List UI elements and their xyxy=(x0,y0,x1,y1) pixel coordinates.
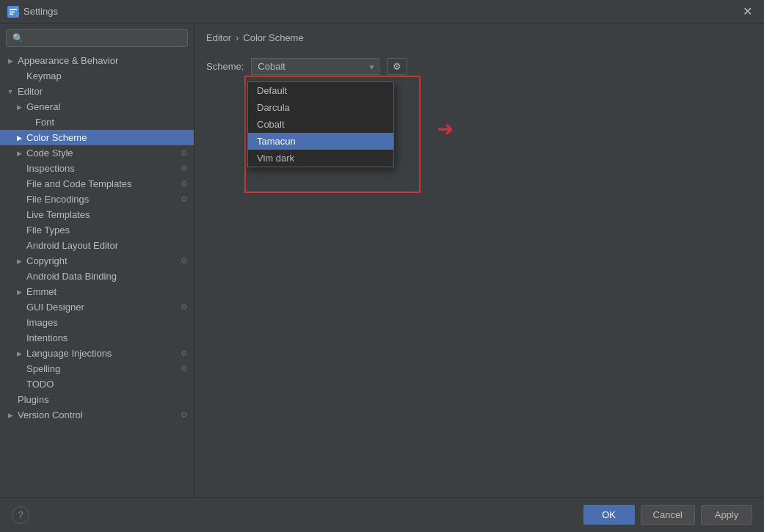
help-button[interactable]: ? xyxy=(12,506,29,524)
bottom-bar: ? OK Cancel Apply xyxy=(0,497,764,532)
arrow-spacer xyxy=(15,318,23,327)
cancel-button[interactable]: Cancel xyxy=(641,505,695,525)
sidebar-item-colorscheme[interactable]: ▶ Color Scheme xyxy=(0,130,194,145)
sidebar-item-spelling[interactable]: Spelling ⚙ xyxy=(0,361,194,376)
sidebar-item-androiddatabinding[interactable]: Android Data Binding xyxy=(0,269,194,284)
dropdown-item-darcula[interactable]: Darcula xyxy=(248,99,393,116)
sidebar-item-label: File Types xyxy=(26,225,188,236)
dropdown-item-tamacun[interactable]: Tamacun xyxy=(248,133,393,150)
sidebar-item-codestyle[interactable]: ▶ Code Style ⚙ xyxy=(0,145,194,161)
arrow-spacer xyxy=(15,180,23,189)
sidebar-item-label: Android Data Binding xyxy=(26,271,188,282)
arrow-spacer xyxy=(6,396,15,404)
arrow-icon: ▶ xyxy=(15,149,23,158)
gear-icon: ⚙ xyxy=(181,349,188,358)
sidebar-item-label: File and Code Templates xyxy=(26,178,178,189)
arrow-spacer xyxy=(15,365,23,374)
window-title: Settings xyxy=(23,6,738,17)
search-box[interactable]: 🔍 xyxy=(6,29,188,47)
breadcrumb: Editor › Color Scheme xyxy=(194,23,764,49)
arrow-spacer xyxy=(23,118,32,127)
ok-button[interactable]: OK xyxy=(583,505,635,525)
sidebar-item-livetemplates[interactable]: Live Templates xyxy=(0,207,194,222)
sidebar-item-editor[interactable]: ▼ Editor xyxy=(0,84,194,99)
arrow-spacer xyxy=(15,334,23,343)
sidebar-item-label: Images xyxy=(26,317,188,328)
sidebar-item-androidlayout[interactable]: Android Layout Editor xyxy=(0,238,194,253)
gear-icon: ⚙ xyxy=(181,256,188,266)
arrow-icon: ▶ xyxy=(15,288,23,296)
gear-icon: ⚙ xyxy=(181,164,188,173)
sidebar-item-general[interactable]: ▶ General xyxy=(0,99,194,114)
arrow-spacer xyxy=(15,380,23,389)
sidebar-item-plugins[interactable]: Plugins xyxy=(0,392,194,407)
scheme-row: Scheme: Cobalt ▼ ⚙ xyxy=(206,58,752,75)
svg-rect-2 xyxy=(10,11,15,12)
nav-tree: ▶ Appearance & Behavior Keymap ▼ Editor … xyxy=(0,50,194,497)
sidebar-item-label: TODO xyxy=(26,379,188,390)
breadcrumb-current: Color Scheme xyxy=(243,32,303,43)
sidebar-item-label: Copyright xyxy=(26,255,178,266)
arrow-icon: ▶ xyxy=(15,103,23,112)
app-icon xyxy=(7,6,19,18)
sidebar-item-languageinjections[interactable]: ▶ Language Injections ⚙ xyxy=(0,346,194,361)
sidebar-item-label: GUI Designer xyxy=(26,302,178,313)
sidebar-item-label: General xyxy=(26,101,188,112)
sidebar-item-appearance[interactable]: ▶ Appearance & Behavior xyxy=(0,53,194,68)
sidebar-item-inspections[interactable]: Inspections ⚙ xyxy=(0,161,194,176)
arrow-spacer xyxy=(15,303,23,312)
scheme-gear-button[interactable]: ⚙ xyxy=(387,58,407,75)
dropdown-item-vimdark[interactable]: Vim dark xyxy=(248,150,393,167)
scheme-select-container: Cobalt ▼ xyxy=(251,58,379,75)
gear-icon: ⚙ xyxy=(181,194,188,204)
arrow-icon: ▶ xyxy=(6,57,15,65)
sidebar: 🔍 ▶ Appearance & Behavior Keymap ▼ Edito… xyxy=(0,23,194,497)
arrow-spacer xyxy=(15,241,23,250)
gear-icon: ⚙ xyxy=(181,410,188,420)
sidebar-item-fileencodings[interactable]: File Encodings ⚙ xyxy=(0,192,194,207)
apply-button[interactable]: Apply xyxy=(701,505,752,525)
content-area: Editor › Color Scheme Scheme: Cobalt ▼ ⚙… xyxy=(194,23,764,497)
breadcrumb-parent: Editor xyxy=(206,32,231,43)
sidebar-item-versioncontrol[interactable]: ▶ Version Control ⚙ xyxy=(0,407,194,423)
sidebar-item-images[interactable]: Images xyxy=(0,315,194,330)
dropdown-item-default[interactable]: Default xyxy=(248,82,393,99)
sidebar-item-todo[interactable]: TODO xyxy=(0,376,194,392)
sidebar-item-label: Editor xyxy=(18,86,188,97)
gear-icon: ⚙ xyxy=(181,179,188,189)
search-input[interactable] xyxy=(28,33,181,43)
sidebar-item-label: File Encodings xyxy=(26,194,178,205)
sidebar-item-label: Plugins xyxy=(18,394,188,405)
sidebar-item-guidesigner[interactable]: GUI Designer ⚙ xyxy=(0,299,194,315)
scheme-select[interactable]: Cobalt xyxy=(251,58,379,75)
sidebar-item-label: Android Layout Editor xyxy=(26,240,188,251)
arrow-icon: ▶ xyxy=(15,134,23,142)
sidebar-item-label: Code Style xyxy=(26,147,178,158)
sidebar-item-label: Language Injections xyxy=(26,348,178,359)
scheme-dropdown-popup: Default Darcula Cobalt Tamacun Vim dark xyxy=(247,81,394,167)
dropdown-item-cobalt[interactable]: Cobalt xyxy=(248,116,393,133)
sidebar-item-label: Spelling xyxy=(26,363,178,374)
sidebar-item-filecodetemplate[interactable]: File and Code Templates ⚙ xyxy=(0,176,194,192)
arrow-spacer xyxy=(15,272,23,281)
sidebar-item-font[interactable]: Font xyxy=(0,114,194,130)
sidebar-item-copyright[interactable]: ▶ Copyright ⚙ xyxy=(0,253,194,269)
arrow-icon: ▼ xyxy=(6,87,15,96)
arrow-spacer xyxy=(15,226,23,235)
sidebar-item-label: Inspections xyxy=(26,163,178,174)
arrow-spacer xyxy=(15,211,23,219)
arrow-icon: ▶ xyxy=(15,349,23,358)
title-bar: Settings ✕ xyxy=(0,0,764,23)
sidebar-item-label: Version Control xyxy=(18,409,178,420)
svg-rect-1 xyxy=(10,9,17,10)
sidebar-item-label: Emmet xyxy=(26,286,188,297)
settings-content: Scheme: Cobalt ▼ ⚙ Default Darcula Cobal… xyxy=(194,49,764,497)
bottom-buttons: OK Cancel Apply xyxy=(583,505,752,525)
close-button[interactable]: ✕ xyxy=(738,3,757,20)
sidebar-item-intentions[interactable]: Intentions xyxy=(0,330,194,346)
sidebar-item-keymap[interactable]: Keymap xyxy=(0,68,194,84)
sidebar-item-emmet[interactable]: ▶ Emmet xyxy=(0,284,194,299)
sidebar-item-label: Intentions xyxy=(26,332,188,343)
sidebar-item-label: Appearance & Behavior xyxy=(18,55,188,66)
sidebar-item-filetypes[interactable]: File Types xyxy=(0,222,194,238)
